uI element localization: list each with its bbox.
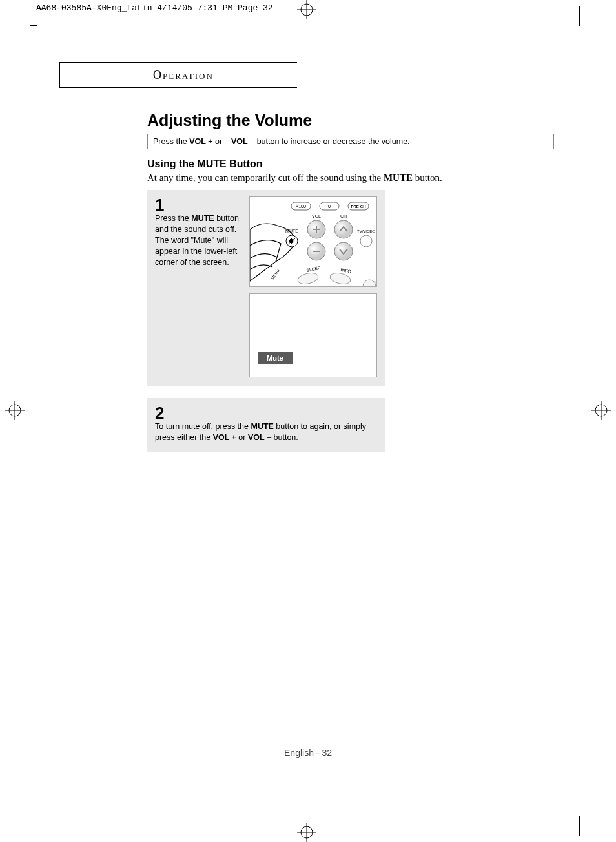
remote-label-sleep: SLEEP bbox=[306, 265, 322, 273]
registration-mark bbox=[5, 401, 25, 420]
crop-mark bbox=[30, 6, 37, 26]
text: – button to increase or decrease the vol… bbox=[248, 137, 410, 146]
mute-osd-badge: Mute bbox=[258, 352, 293, 364]
text: Press the bbox=[155, 214, 191, 223]
registration-mark bbox=[297, 0, 316, 19]
step-text: Press the MUTE button and the sound cuts… bbox=[155, 213, 241, 268]
text: or – bbox=[213, 137, 232, 146]
registration-mark bbox=[297, 823, 316, 842]
body-text: At any time, you can temporarily cut off… bbox=[147, 173, 567, 184]
text-bold: VOL bbox=[231, 137, 248, 146]
registration-mark bbox=[591, 401, 611, 420]
text-bold: VOL + bbox=[213, 433, 236, 442]
text-bold: MUTE bbox=[191, 214, 214, 223]
text: or bbox=[236, 433, 248, 442]
svg-point-25 bbox=[297, 271, 320, 286]
text-bold: MUTE bbox=[251, 422, 273, 431]
remote-label-tvvideo: TV/VIDEO bbox=[357, 229, 375, 233]
svg-point-21 bbox=[334, 242, 353, 260]
print-header: AA68-03585A-X0Eng_Latin 4/14/05 7:31 PM … bbox=[36, 3, 273, 13]
text: – button. bbox=[265, 433, 298, 442]
section-tab-label: Operation bbox=[153, 68, 214, 82]
remote-label-info: INFO bbox=[340, 268, 352, 274]
subsection-title: Using the MUTE Button bbox=[147, 158, 567, 170]
page-content: Adjusting the Volume Press the VOL + or … bbox=[147, 111, 567, 464]
remote-label-vol: VOL bbox=[312, 214, 321, 218]
remote-label-menu: MENU bbox=[271, 269, 280, 280]
text-bold: MUTE bbox=[384, 173, 413, 183]
remote-btn-100: +100 bbox=[296, 204, 306, 209]
page-title: Adjusting the Volume bbox=[147, 111, 567, 130]
text: Press the bbox=[153, 137, 189, 146]
text: At any time, you can temporarily cut off… bbox=[147, 173, 384, 183]
page-footer: English - 32 bbox=[0, 748, 616, 758]
crop-mark bbox=[579, 816, 580, 836]
step-block-2: 2 To turn mute off, press the MUTE butto… bbox=[147, 398, 385, 452]
crop-mark bbox=[597, 65, 616, 84]
section-tab: Operation bbox=[59, 62, 297, 88]
remote-label-ch: CH bbox=[340, 214, 347, 218]
text-bold: VOL bbox=[248, 433, 265, 442]
text-bold: VOL + bbox=[189, 137, 212, 146]
remote-label-mute: MUTE bbox=[285, 229, 298, 233]
crop-mark bbox=[579, 6, 580, 26]
svg-point-18 bbox=[334, 220, 353, 238]
svg-point-24 bbox=[360, 235, 372, 247]
step-block-1: 1 Press the MUTE button and the sound cu… bbox=[147, 190, 385, 386]
step-number: 1 bbox=[155, 196, 241, 213]
step-text: To turn mute off, press the MUTE button … bbox=[155, 421, 377, 443]
remote-btn-prech: PRE-CH bbox=[351, 205, 365, 209]
text: button. bbox=[413, 173, 442, 183]
svg-point-26 bbox=[329, 271, 352, 286]
remote-diagram: +100 0 PRE-CH VOL CH MUTE TV/VIDEO bbox=[249, 196, 377, 287]
step-number: 2 bbox=[155, 405, 377, 421]
remote-btn-0: 0 bbox=[328, 204, 331, 209]
text: To turn mute off, press the bbox=[155, 422, 251, 431]
intro-box: Press the VOL + or – VOL – button to inc… bbox=[147, 134, 554, 149]
tv-screen-diagram: Mute bbox=[249, 293, 377, 377]
